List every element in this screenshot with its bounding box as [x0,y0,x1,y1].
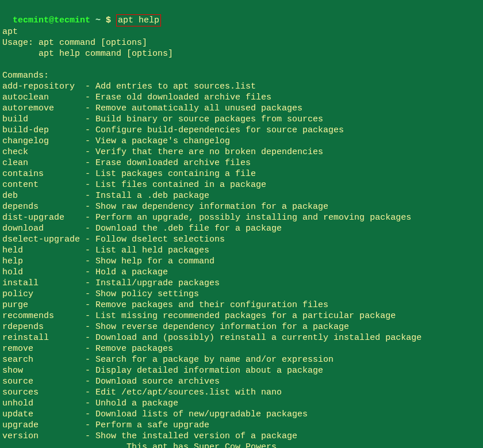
command-desc: - Download lists of new/upgradable packa… [85,409,308,419]
command-name: hold [2,267,80,277]
footer-cow-powers: This apt has Super Cow Powers [2,442,481,448]
command-name: rdepends [2,322,80,332]
output-apt: apt [2,26,481,37]
command-name: autoclean [2,93,80,102]
output-usage-1: Usage: apt command [options] [2,37,481,48]
command-row: depends - Show raw dependency informatio… [2,201,481,212]
command-desc: - Configure build-dependencies for sourc… [85,125,344,135]
command-row: rdepends - Show reverse dependency infor… [2,321,481,332]
command-desc: - Unhold a package [85,399,178,408]
command-row: policy - Show policy settings [2,289,481,300]
command-desc: - Show policy settings [85,289,199,299]
command-row: add-repository - Add entries to apt sour… [2,81,481,92]
command-desc: - Show reverse dependency information fo… [85,322,349,332]
command-desc: - Install/upgrade packages [85,278,220,288]
command-row: dist-upgrade - Perform an upgrade, possi… [2,212,481,223]
command-name: purge [2,300,80,310]
prompt-dollar: $ [106,16,116,25]
commands-list: add-repository - Add entries to apt sour… [2,81,481,442]
command-name: build-dep [2,125,80,135]
prompt-user: tecmint@tecmint [13,16,90,25]
command-name: held [2,246,80,255]
command-row: build - Build binary or source packages … [2,114,481,125]
command-desc: - Download the .deb file for a package [85,224,282,233]
command-row: purge - Remove packages and their config… [2,300,481,311]
output-usage-2: apt help command [options] [2,48,481,59]
command-row: autoclean - Erase old downloaded archive… [2,92,481,103]
command-name: dist-upgrade [2,213,80,223]
command-desc: - Download source archives [85,377,220,386]
command-row: build-dep - Configure build-dependencies… [2,125,481,136]
command-row: clean - Erase downloaded archive files [2,158,481,169]
command-row: autoremove - Remove automatically all un… [2,103,481,114]
command-name: contains [2,169,80,179]
command-name: add-repository [2,82,80,91]
command-desc: - List missing recommended packages for … [85,311,396,321]
command-desc: - Remove packages and their configuratio… [85,300,328,310]
command-row: held - List all held packages [2,245,481,256]
command-desc: - Erase downloaded archive files [85,158,251,168]
command-row: contains - List packages containing a fi… [2,169,481,179]
command-desc: - Follow dselect selections [85,235,225,244]
command-desc: - List all held packages [85,246,209,255]
command-name: build [2,114,80,124]
command-name: content [2,180,80,190]
command-name: show [2,366,80,376]
command-desc: - Download and (possibly) reinstall a cu… [85,333,421,343]
command-name: policy [2,289,80,299]
command-name: changelog [2,136,80,146]
command-desc: - Remove packages [85,344,173,354]
command-name: sources [2,388,80,397]
command-name: reinstall [2,333,80,343]
command-row: unhold - Unhold a package [2,398,481,409]
command-name: depends [2,202,80,212]
command-desc: - Edit /etc/apt/sources.list with nano [85,388,282,397]
command-row: search - Search for a package by name an… [2,354,481,365]
command-desc: - Display detailed information about a p… [85,366,323,376]
command-desc: - Perform an upgrade, possibly installin… [85,213,411,223]
command-name: install [2,278,80,288]
command-row: download - Download the .deb file for a … [2,223,481,234]
prompt-line-1[interactable]: tecmint@tecmint ~ $ apt help [2,3,481,26]
command-name: autoremove [2,104,80,113]
command-row: reinstall - Download and (possibly) rein… [2,332,481,343]
command-name: check [2,147,80,157]
command-row: sources - Edit /etc/apt/sources.list wit… [2,387,481,398]
prompt-tilde: ~ [90,16,106,25]
command-desc: - Show the installed version of a packag… [85,431,297,441]
command-desc: - Remove automatically all unused packag… [85,104,302,113]
command-desc: - Show raw dependency information for a … [85,202,328,212]
command-desc: - Hold a package [85,267,168,277]
command-row: hold - Hold a package [2,267,481,278]
command-name: clean [2,158,80,168]
command-highlight: apt help [116,14,161,26]
command-name: dselect-upgrade [2,235,80,244]
command-row: upgrade - Perform a safe upgrade [2,420,481,431]
command-desc: - List files contained in a package [85,180,266,190]
command-desc: - List packages containing a file [85,169,256,179]
command-row: deb - Install a .deb package [2,190,481,201]
command-desc: - Add entries to apt sources.list [85,82,256,91]
command-row: check - Verify that there are no broken … [2,147,481,158]
command-desc: - Erase old downloaded archive files [85,93,271,102]
command-row: dselect-upgrade - Follow dselect selecti… [2,234,481,245]
command-row: changelog - View a package's changelog [2,136,481,147]
command-desc: - Install a .deb package [85,191,209,201]
command-name: source [2,377,80,386]
command-name: upgrade [2,420,80,430]
command-row: install - Install/upgrade packages [2,278,481,289]
command-desc: - Build binary or source packages from s… [85,114,323,124]
command-name: recommends [2,311,80,321]
command-desc: - Perform a safe upgrade [85,420,209,430]
command-text: apt help [118,16,159,25]
command-name: update [2,409,80,419]
command-row: content - List files contained in a pack… [2,179,481,190]
command-desc: - Verify that there are no broken depend… [85,147,323,157]
command-row: remove - Remove packages [2,343,481,354]
command-row: recommends - List missing recommended pa… [2,311,481,321]
command-name: remove [2,344,80,354]
blank-line [2,59,481,70]
command-desc: - Search for a package by name and/or ex… [85,355,334,365]
command-desc: - View a package's changelog [85,136,230,146]
command-row: help - Show help for a command [2,256,481,267]
